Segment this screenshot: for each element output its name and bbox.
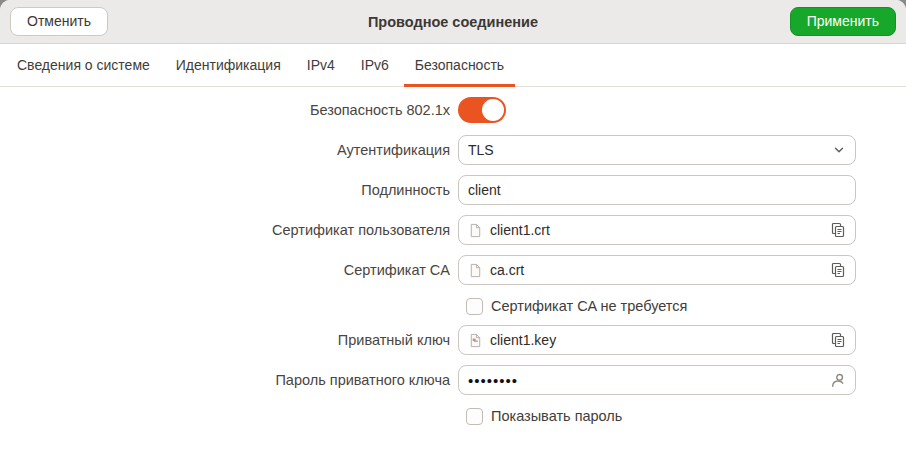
row-authentication: Аутентификация TLS xyxy=(0,135,856,165)
password-storage-icon[interactable] xyxy=(829,372,846,389)
private-key-password-input[interactable] xyxy=(468,372,822,389)
private-key-password-frame xyxy=(458,365,856,395)
show-password-label: Показывать пароль xyxy=(491,408,622,424)
key-document-icon xyxy=(468,333,483,348)
ca-not-required-label: Сертификат CA не требуется xyxy=(491,298,687,314)
row-private-key: Приватный ключ client1.key xyxy=(0,325,856,355)
tab-bar: Сведения о системе Идентификация IPv4 IP… xyxy=(0,44,906,87)
file-picker-icon xyxy=(830,332,846,348)
document-icon xyxy=(468,223,483,238)
ca-certificate-label: Сертификат CA xyxy=(0,262,450,278)
security-form: Безопасность 802.1x Аутентификация TLS П… xyxy=(0,87,906,474)
row-show-password: Показывать пароль xyxy=(0,405,856,427)
ca-not-required-checkbox[interactable] xyxy=(466,298,483,315)
tab-identity[interactable]: Идентификация xyxy=(163,44,294,86)
row-ca-not-required: Сертификат CA не требуется xyxy=(0,295,856,317)
private-key-chooser[interactable]: client1.key xyxy=(458,325,856,355)
show-password-checkbox[interactable] xyxy=(466,408,483,425)
identity-label: Подлинность xyxy=(0,182,450,198)
user-certificate-filename: client1.crt xyxy=(490,222,550,238)
user-certificate-chooser[interactable]: client1.crt xyxy=(458,215,856,245)
document-icon xyxy=(468,263,483,278)
file-picker-icon xyxy=(830,222,846,238)
8021x-toggle[interactable] xyxy=(458,97,506,123)
chevron-down-icon xyxy=(832,143,846,157)
file-picker-icon xyxy=(830,262,846,278)
wired-connection-dialog: Отменить Проводное соединение Применить … xyxy=(0,0,906,474)
ca-certificate-chooser[interactable]: ca.crt xyxy=(458,255,856,285)
row-ca-certificate: Сертификат CA ca.crt xyxy=(0,255,856,285)
toggle-knob xyxy=(482,99,504,121)
authentication-label: Аутентификация xyxy=(0,142,450,158)
user-certificate-label: Сертификат пользователя xyxy=(0,222,450,238)
tab-ipv6[interactable]: IPv6 xyxy=(348,44,402,86)
identity-input[interactable] xyxy=(468,182,846,198)
tab-ipv4[interactable]: IPv4 xyxy=(294,44,348,86)
8021x-label: Безопасность 802.1x xyxy=(0,102,450,118)
ca-certificate-filename: ca.crt xyxy=(490,262,524,278)
row-identity: Подлинность xyxy=(0,175,856,205)
authentication-select[interactable]: TLS xyxy=(458,135,856,165)
private-key-filename: client1.key xyxy=(490,332,556,348)
row-user-certificate: Сертификат пользователя client1.crt xyxy=(0,215,856,245)
private-key-password-label: Пароль приватного ключа xyxy=(0,372,450,388)
show-password-checkbox-row[interactable]: Показывать пароль xyxy=(458,408,856,425)
cancel-button[interactable]: Отменить xyxy=(10,7,108,36)
row-private-key-password: Пароль приватного ключа xyxy=(0,365,856,395)
identity-field-frame xyxy=(458,175,856,205)
titlebar: Отменить Проводное соединение Применить xyxy=(0,0,906,44)
tab-security[interactable]: Безопасность xyxy=(402,44,517,86)
ca-not-required-checkbox-row[interactable]: Сертификат CA не требуется xyxy=(458,298,856,315)
apply-button[interactable]: Применить xyxy=(790,7,896,36)
row-8021x: Безопасность 802.1x xyxy=(0,97,856,123)
dialog-title: Проводное соединение xyxy=(120,14,786,30)
private-key-label: Приватный ключ xyxy=(0,332,450,348)
tab-system-details[interactable]: Сведения о системе xyxy=(4,44,163,86)
authentication-value: TLS xyxy=(468,142,494,158)
